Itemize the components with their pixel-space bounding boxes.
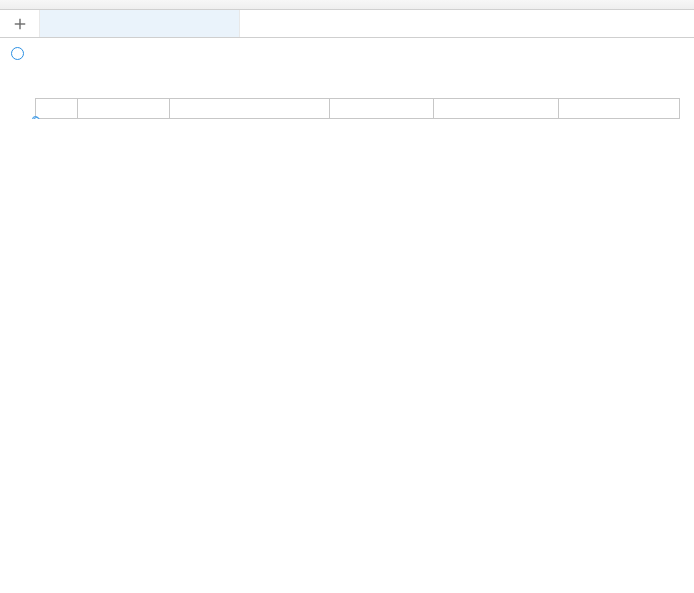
add-sheet-button[interactable] <box>0 10 40 37</box>
header-item[interactable] <box>169 99 329 119</box>
header-blank[interactable] <box>434 99 559 119</box>
select-all-corner[interactable] <box>0 45 35 62</box>
header-part-number[interactable] <box>77 99 169 119</box>
header-order[interactable] <box>559 99 680 119</box>
header-qty[interactable] <box>329 99 434 119</box>
header-check[interactable] <box>36 99 78 119</box>
plus-icon <box>13 17 27 31</box>
sheet-tab-checklist[interactable] <box>40 10 240 37</box>
spreadsheet-grid[interactable] <box>35 98 680 119</box>
toolbar-menu <box>0 0 694 10</box>
sheet-tab-bar <box>0 10 694 38</box>
circle-icon <box>11 47 24 60</box>
